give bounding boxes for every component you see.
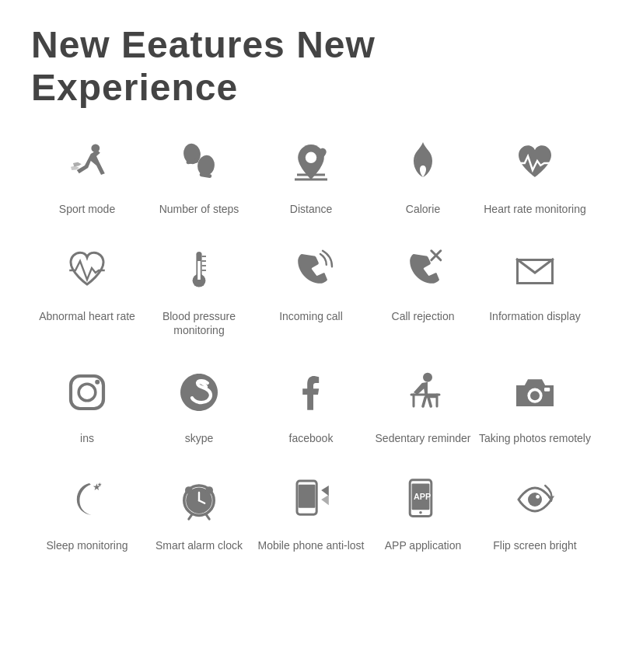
ins-icon — [56, 361, 118, 423]
app-application-icon: APP — [392, 468, 454, 531]
incoming-call-label: Incoming call — [279, 309, 343, 323]
features-grid: Sport mode Number of steps Distance Calo… — [31, 132, 591, 552]
sedentary-reminder-label: Sedentary reminder — [376, 431, 471, 445]
svg-point-17 — [95, 379, 100, 384]
svg-point-42 — [419, 511, 422, 514]
svg-text:★: ★ — [97, 481, 102, 488]
blood-pressure-monitoring-icon — [168, 239, 230, 301]
svg-point-44 — [528, 493, 542, 507]
number-of-steps-icon — [168, 132, 230, 194]
feature-item-flip-screen-bright: Flip screen bright — [479, 468, 591, 552]
svg-line-20 — [428, 398, 431, 406]
sedentary-reminder-icon — [392, 361, 454, 423]
incoming-call-icon — [280, 239, 342, 301]
feature-item-calorie: Calorie — [367, 132, 479, 216]
sleep-monitoring-label: Sleep monitoring — [46, 538, 128, 552]
feature-item-incoming-call: Incoming call — [255, 239, 367, 337]
smart-alarm-clock-icon — [168, 468, 230, 531]
svg-point-18 — [423, 372, 432, 381]
svg-line-35 — [189, 514, 192, 519]
call-rejection-label: Call rejection — [392, 309, 455, 323]
feature-item-blood-pressure-monitoring: Blood pressure monitoring — [143, 239, 255, 337]
mobile-phone-anti-lost-label: Mobile phone anti-lost — [258, 538, 365, 552]
feature-item-heart-rate-monitoring: Heart rate monitoring — [479, 132, 591, 216]
heart-rate-monitoring-icon — [504, 132, 566, 194]
svg-point-39 — [306, 509, 309, 512]
app-application-label: APP application — [385, 538, 462, 552]
call-rejection-icon — [392, 239, 454, 301]
taking-photos-remotely-label: Taking photos remotely — [479, 431, 591, 445]
page-title: New Eeatures New Experience — [31, 23, 591, 109]
svg-rect-26 — [544, 388, 550, 392]
smart-alarm-clock-label: Smart alarm clock — [156, 538, 243, 552]
feature-item-mobile-phone-anti-lost: Mobile phone anti-lost — [255, 468, 367, 552]
blood-pressure-monitoring-label: Blood pressure monitoring — [143, 309, 255, 337]
flip-screen-bright-label: Flip screen bright — [493, 538, 576, 552]
flip-screen-bright-icon — [504, 468, 566, 531]
feature-item-information-display: Information display — [479, 239, 591, 337]
feature-item-distance: Distance — [255, 132, 367, 216]
feature-item-skype: skype — [143, 361, 255, 445]
heart-rate-monitoring-label: Heart rate monitoring — [484, 202, 586, 216]
skype-icon — [168, 361, 230, 423]
feature-item-abnormal-heart-rate: Abnormal heart rate — [31, 239, 143, 337]
calorie-icon — [392, 132, 454, 194]
feature-item-smart-alarm-clock: Smart alarm clock — [143, 468, 255, 552]
svg-point-16 — [79, 384, 96, 401]
svg-rect-38 — [299, 485, 316, 508]
svg-point-34 — [205, 486, 213, 494]
calorie-label: Calorie — [406, 202, 440, 216]
svg-text:APP: APP — [414, 492, 431, 501]
taking-photos-remotely-icon — [504, 361, 566, 423]
abnormal-heart-rate-icon — [56, 239, 118, 301]
svg-point-45 — [536, 495, 540, 499]
abnormal-heart-rate-label: Abnormal heart rate — [39, 309, 135, 323]
svg-point-5 — [306, 152, 316, 163]
feature-item-app-application: APP APP application — [367, 468, 479, 552]
sleep-monitoring-icon: ★ ★ — [56, 468, 118, 531]
feature-item-sleep-monitoring: ★ ★ Sleep monitoring — [31, 468, 143, 552]
facebook-label: facebook — [289, 431, 334, 445]
distance-label: Distance — [290, 202, 332, 216]
svg-point-33 — [185, 486, 193, 494]
number-of-steps-label: Number of steps — [159, 202, 239, 216]
feature-item-sedentary-reminder: Sedentary reminder — [367, 361, 479, 445]
distance-icon — [280, 132, 342, 194]
svg-line-36 — [206, 514, 209, 519]
feature-item-call-rejection: Call rejection — [367, 239, 479, 337]
mobile-phone-anti-lost-icon — [280, 468, 342, 531]
svg-rect-8 — [197, 261, 201, 280]
feature-item-number-of-steps: Number of steps — [143, 132, 255, 216]
feature-item-taking-photos-remotely: Taking photos remotely — [479, 361, 591, 445]
feature-item-ins: ins — [31, 361, 143, 445]
facebook-icon — [280, 361, 342, 423]
feature-item-sport-mode: Sport mode — [31, 132, 143, 216]
information-display-icon — [504, 239, 566, 301]
skype-label: skype — [185, 431, 214, 445]
svg-point-25 — [530, 391, 540, 400]
information-display-label: Information display — [489, 309, 581, 323]
sport-mode-label: Sport mode — [59, 202, 115, 216]
ins-label: ins — [80, 431, 94, 445]
sport-mode-icon — [56, 132, 118, 194]
svg-line-19 — [423, 398, 425, 406]
feature-item-facebook: facebook — [255, 361, 367, 445]
